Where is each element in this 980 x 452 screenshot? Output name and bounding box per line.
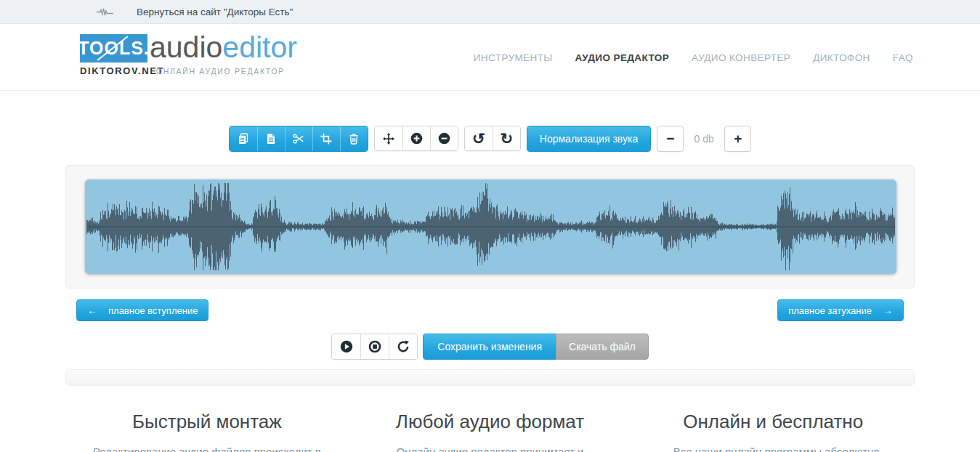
zoom-out-button[interactable] (430, 126, 458, 150)
waveform-panel (65, 165, 915, 288)
delete-button[interactable] (340, 126, 368, 151)
features-section: Быстрый монтаж Редактирование аудио файл… (65, 411, 915, 452)
nav-item-dictaphone[interactable]: ДИКТОФОН (813, 52, 870, 63)
back-to-site-link[interactable]: Вернуться на сайт "Дикторы Есть" (137, 7, 293, 17)
scissors-icon (293, 133, 304, 145)
brand-tagline: ОНЛАЙН АУДИО РЕДАКТОР (150, 67, 285, 76)
topbar: Вернуться на сайт "Дикторы Есть" (0, 0, 980, 24)
brand-title: audioeditor (150, 31, 297, 64)
crop-icon (320, 133, 332, 145)
feature-title: Онлайн и бесплатно (652, 411, 894, 433)
nav-item-tools[interactable]: ИНСТРУМЕНТЫ (474, 52, 553, 63)
feature-fast-editing: Быстрый монтаж Редактирование аудио файл… (65, 411, 349, 452)
redo-button[interactable]: ↻ (493, 126, 520, 150)
play-icon (340, 340, 353, 353)
transport-row: Сохранить изменения Скачать файл (0, 334, 980, 360)
feature-any-format: Любой аудио формат Онлайн аудио редактор… (349, 411, 632, 452)
nav-item-audio-converter[interactable]: АУДИО КОНВЕРТЕР (692, 52, 790, 63)
zoom-out-icon (438, 132, 450, 145)
paste-button[interactable] (257, 126, 285, 151)
page: Вернуться на сайт "Дикторы Есть" TOOLS. … (0, 0, 980, 452)
loop-icon (397, 340, 410, 353)
feature-text: Онлайн аудио редактор принимает и обраба… (369, 444, 612, 452)
move-button[interactable] (375, 126, 402, 150)
undo-button[interactable]: ↺ (465, 126, 493, 150)
main-nav: ИНСТРУМЕНТЫ АУДИО РЕДАКТОР АУДИО КОНВЕРТ… (474, 25, 913, 90)
brand-blue: editor (222, 31, 297, 64)
fade-out-label: плавное затухание (788, 305, 872, 316)
header: TOOLS. DIKTOROV.NET audioeditor ОНЛАЙН А… (0, 25, 980, 91)
fade-in-button[interactable]: ← плавное вступление (76, 299, 208, 321)
redo-icon: ↻ (501, 131, 514, 146)
editor-toolbar: ↺ ↻ Нормализация звука − 0 db + (0, 126, 980, 152)
waveform[interactable] (85, 179, 896, 274)
trash-icon (348, 133, 360, 145)
feature-title: Любой аудио формат (369, 411, 612, 433)
nav-item-faq[interactable]: FAQ (893, 52, 913, 63)
nav-item-audio-editor[interactable]: АУДИО РЕДАКТОР (575, 52, 670, 63)
stop-icon (368, 340, 381, 353)
right-arrow-icon: → (883, 304, 893, 316)
loop-button[interactable] (389, 334, 417, 359)
zoom-in-icon (410, 132, 423, 145)
undo-icon: ↺ (472, 131, 485, 146)
feature-title: Быстрый монтаж (86, 411, 328, 433)
copy-button[interactable] (230, 126, 257, 151)
gain-decrease-button[interactable]: − (657, 126, 684, 152)
save-group: Сохранить изменения Скачать файл (423, 334, 648, 360)
left-arrow-icon: ← (87, 304, 97, 316)
gain-control: − 0 db + (657, 126, 751, 152)
cut-button[interactable] (285, 126, 312, 151)
progress-strip (65, 369, 915, 386)
playback-group (331, 334, 418, 360)
stop-button[interactable] (360, 334, 389, 359)
logo-box: TOOLS. (80, 34, 147, 62)
feature-text: Редактирование аудио файлов происходит в… (86, 444, 328, 452)
move-icon (383, 133, 394, 145)
waveform-canvas (86, 181, 895, 273)
feature-text: - Все наши онлайн программы абсолютно бе… (652, 444, 894, 452)
download-button[interactable]: Скачать файл (556, 334, 649, 360)
waveform-icon (97, 7, 113, 17)
gain-value: 0 db (692, 133, 716, 145)
normalize-button[interactable]: Нормализация звука (527, 126, 651, 152)
play-button[interactable] (332, 334, 360, 359)
fade-out-button[interactable]: плавное затухание → (777, 299, 904, 321)
fade-in-label: плавное вступление (108, 305, 198, 316)
zoom-group (374, 126, 458, 151)
copy-icon (238, 133, 249, 145)
feature-online-free: Онлайн и бесплатно - Все наши онлайн про… (631, 411, 915, 452)
clipboard-group (229, 126, 368, 152)
history-group: ↺ ↻ (464, 126, 521, 151)
crop-button[interactable] (312, 126, 340, 151)
zoom-in-button[interactable] (402, 126, 430, 150)
gain-increase-button[interactable]: + (724, 126, 751, 152)
brand-gray: audio (150, 31, 222, 64)
save-button[interactable]: Сохранить изменения (423, 334, 556, 360)
paste-icon (265, 133, 277, 145)
logo-slash-icon (80, 34, 147, 62)
